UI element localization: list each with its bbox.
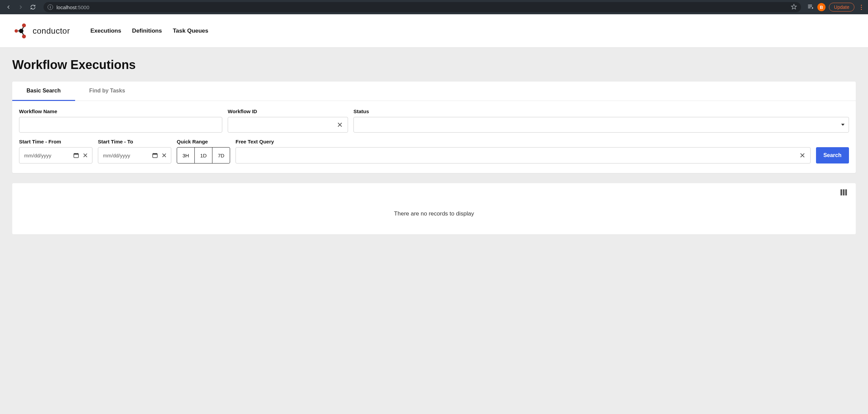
date-placeholder: mm/dd/yyyy [24, 153, 70, 158]
svg-point-2 [22, 23, 26, 27]
svg-line-6 [22, 27, 23, 29]
forward-button[interactable] [16, 2, 26, 12]
page-body: Workflow Executions Basic Search Find by… [0, 48, 868, 244]
start-to-label: Start Time - To [98, 139, 171, 144]
logo[interactable]: conductor [13, 22, 70, 40]
svg-rect-11 [74, 154, 79, 155]
nav-definitions[interactable]: Definitions [132, 28, 162, 34]
conductor-logo-icon [13, 22, 31, 40]
clear-icon[interactable] [161, 152, 168, 159]
address-bar[interactable]: i localhost:5000 [44, 2, 801, 12]
nav-links: Executions Definitions Task Queues [90, 28, 208, 34]
quick-range-3h[interactable]: 3H [177, 148, 195, 163]
clear-icon[interactable] [336, 121, 344, 128]
quick-range-7d[interactable]: 7D [212, 148, 230, 163]
tab-find-by-tasks[interactable]: Find by Tasks [75, 82, 140, 101]
update-button[interactable]: Update [829, 3, 854, 12]
app-header: conductor Executions Definitions Task Qu… [0, 14, 868, 48]
site-info-icon[interactable]: i [48, 4, 53, 10]
clear-icon[interactable] [799, 152, 806, 159]
reload-button[interactable] [28, 2, 38, 12]
workflow-id-input[interactable] [228, 117, 348, 133]
svg-point-3 [22, 34, 26, 38]
tabs: Basic Search Find by Tasks [12, 82, 856, 101]
logo-text: conductor [33, 26, 70, 36]
search-card: Basic Search Find by Tasks Workflow Name… [12, 82, 856, 173]
calendar-icon[interactable] [73, 152, 79, 158]
svg-marker-0 [791, 4, 796, 9]
workflow-name-input[interactable] [19, 117, 222, 133]
search-button[interactable]: Search [816, 147, 849, 163]
bookmark-star-icon[interactable] [791, 4, 797, 11]
free-text-label: Free Text Query [236, 139, 811, 144]
quick-range-label: Quick Range [177, 139, 230, 144]
start-to-input[interactable]: mm/dd/yyyy [98, 147, 171, 163]
quick-range-group: 3H 1D 7D [177, 147, 230, 163]
tab-basic-search[interactable]: Basic Search [12, 82, 75, 101]
browser-chrome: i localhost:5000 B Update [0, 0, 868, 14]
page-title: Workflow Executions [12, 58, 856, 72]
svg-line-7 [22, 32, 23, 35]
clear-icon[interactable] [82, 152, 89, 159]
svg-point-1 [15, 29, 18, 33]
url-text: localhost:5000 [56, 4, 89, 10]
browser-menu-icon[interactable] [858, 5, 865, 10]
status-select[interactable] [353, 117, 849, 133]
start-from-label: Start Time - From [19, 139, 92, 144]
svg-rect-17 [153, 154, 157, 155]
back-button[interactable] [3, 2, 14, 12]
workflow-id-label: Workflow ID [228, 108, 348, 114]
start-from-input[interactable]: mm/dd/yyyy [19, 147, 92, 163]
media-control-icon[interactable] [807, 3, 814, 11]
date-placeholder: mm/dd/yyyy [103, 153, 149, 158]
workflow-name-label: Workflow Name [19, 108, 222, 114]
results-card: There are no records to display [12, 183, 856, 234]
calendar-icon[interactable] [152, 152, 158, 158]
profile-avatar[interactable]: B [817, 3, 826, 11]
free-text-input[interactable] [236, 147, 811, 163]
nav-executions[interactable]: Executions [90, 28, 121, 34]
empty-message: There are no records to display [19, 190, 849, 217]
chevron-down-icon [841, 124, 845, 126]
nav-task-queues[interactable]: Task Queues [173, 28, 208, 34]
status-label: Status [353, 108, 849, 114]
columns-icon[interactable] [840, 189, 847, 195]
search-form: Workflow Name Workflow ID Status [12, 101, 856, 173]
svg-point-4 [19, 29, 23, 33]
quick-range-1d[interactable]: 1D [195, 148, 212, 163]
